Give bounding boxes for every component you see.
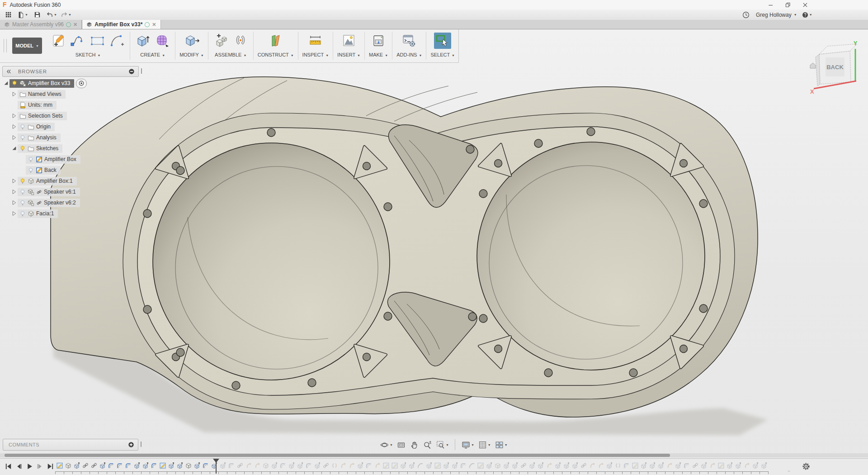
timeline-feature-joint-icon[interactable] <box>545 460 553 471</box>
ribbon-group-label[interactable]: CONSTRUCT ▼ <box>258 52 294 57</box>
timeline-feature-extrude-icon[interactable] <box>571 460 579 471</box>
tree-item[interactable]: Units: mm <box>18 101 57 109</box>
timeline-feature-extrude-icon[interactable] <box>218 460 227 471</box>
timeline-feature-extrude-icon[interactable] <box>193 460 201 471</box>
timeline-feature-extrude-icon[interactable] <box>270 460 278 471</box>
timeline-feature-fillet-icon[interactable] <box>364 460 373 471</box>
timeline-settings-gear-icon[interactable] <box>801 461 811 471</box>
timeline-feature-extrude-icon[interactable] <box>725 460 734 471</box>
viewport-3d[interactable] <box>0 28 868 475</box>
timeline-feature-body-icon[interactable] <box>261 460 270 471</box>
timeline-feature-fillet-icon[interactable] <box>150 460 158 471</box>
blue-bulb-icon[interactable] <box>19 200 26 206</box>
timeline-feature-fillet-icon[interactable] <box>201 460 210 471</box>
tree-collapsed-arrow-icon[interactable] <box>10 123 18 130</box>
timeline-feature-extrude-icon[interactable] <box>502 460 510 471</box>
fit-icon[interactable]: ▼ <box>436 440 449 450</box>
timeline-feature-joint-icon[interactable] <box>253 460 261 471</box>
minimize-button[interactable] <box>764 0 778 10</box>
tree-item[interactable]: Speaker v6:1 <box>18 188 80 196</box>
rectangle-icon[interactable] <box>89 33 106 49</box>
timeline-feature-body-icon[interactable] <box>184 460 193 471</box>
timeline-feature-sketch-icon[interactable] <box>717 460 725 471</box>
timeline-feature-jointpair-icon[interactable] <box>330 460 339 471</box>
yellow-bulb-icon[interactable] <box>11 80 18 86</box>
timeline-feature-extrude-icon[interactable] <box>760 460 768 471</box>
tree-item[interactable]: Amplifier Box:1 <box>18 177 77 185</box>
go-to-end-button[interactable] <box>45 461 55 472</box>
file-new-icon[interactable]: ▼ <box>17 10 28 19</box>
timeline-feature-body-icon[interactable] <box>64 460 72 471</box>
collapse-browser-icon[interactable] <box>6 69 12 75</box>
timeline-feature-extrude-icon[interactable] <box>167 460 175 471</box>
restore-button[interactable] <box>781 0 795 10</box>
sync-status-icon[interactable] <box>66 22 71 27</box>
timeline-feature-joint-icon[interactable] <box>244 460 253 471</box>
timeline-feature-extrude-icon[interactable] <box>699 460 708 471</box>
redo-icon[interactable]: ▼ <box>61 10 71 19</box>
timeline-feature-link-icon[interactable] <box>236 460 244 471</box>
tree-item[interactable]: Amplifier Box v33 <box>9 79 74 88</box>
tree-collapsed-arrow-icon[interactable] <box>10 210 18 217</box>
tree-collapsed-arrow-icon[interactable] <box>10 188 18 195</box>
scrollbar-thumb[interactable] <box>5 454 670 457</box>
home-icon[interactable] <box>810 63 816 68</box>
ribbon-group-label[interactable]: CREATE ▼ <box>140 52 165 57</box>
timeline-feature-body-icon[interactable] <box>493 460 502 471</box>
timeline-feature-joint-icon[interactable] <box>596 460 605 471</box>
timeline-feature-link-icon[interactable] <box>519 460 528 471</box>
blue-bulb-icon[interactable] <box>28 156 34 162</box>
timeline-feature-sketch-icon[interactable] <box>390 460 399 471</box>
tree-collapsed-arrow-icon[interactable] <box>10 134 18 141</box>
blue-bulb-icon[interactable] <box>19 134 26 141</box>
document-tab[interactable]: Master Assembly v96✕ <box>0 20 82 29</box>
add-comment-icon[interactable] <box>128 442 134 448</box>
help-menu[interactable]: ▼ <box>802 10 812 19</box>
timeline-feature-link-icon[interactable] <box>81 460 90 471</box>
timeline-feature-fillet-icon[interactable] <box>227 460 236 471</box>
timeline-feature-fillet-icon[interactable] <box>107 460 115 471</box>
comments-resize-grip[interactable] <box>141 442 142 447</box>
timeline-feature-jointpair-icon[interactable] <box>613 460 622 471</box>
play-button[interactable] <box>24 461 34 472</box>
ribbon-group-label[interactable]: INSPECT ▼ <box>302 52 329 57</box>
joint-icon[interactable] <box>232 33 249 49</box>
timeline-feature-joint-icon[interactable] <box>742 460 751 471</box>
timeline-feature-link-icon[interactable] <box>691 460 699 471</box>
press-pull-icon[interactable] <box>183 33 200 49</box>
ribbon-group-label[interactable]: MAKE ▼ <box>369 52 388 57</box>
timeline-feature-fillet-icon[interactable] <box>622 460 631 471</box>
timeline-feature-fillet-icon[interactable] <box>304 460 313 471</box>
timeline-feature-link-icon[interactable] <box>90 460 98 471</box>
form-icon[interactable] <box>154 33 171 49</box>
tree-item[interactable]: Facia:1 <box>18 209 58 218</box>
tree-item[interactable]: Analysis <box>18 133 61 142</box>
timeline-feature-extrude-icon[interactable] <box>562 460 571 471</box>
timeline-feature-extrude-icon[interactable] <box>553 460 562 471</box>
job-status-clock-icon[interactable] <box>741 10 751 19</box>
timeline-feature-sketch-icon[interactable] <box>158 460 167 471</box>
timeline-feature-extrude-icon[interactable] <box>734 460 742 471</box>
tree-collapsed-arrow-icon[interactable] <box>10 199 18 206</box>
timeline-feature-extrude-icon[interactable] <box>656 460 665 471</box>
timeline-scrollbar[interactable] <box>0 453 868 457</box>
tree-item[interactable]: Back <box>26 166 61 175</box>
timeline-feature-extrude-icon[interactable] <box>407 460 416 471</box>
activate-component-icon[interactable] <box>76 79 87 88</box>
close-tab-icon[interactable]: ✕ <box>152 22 156 28</box>
select-tool-icon[interactable] <box>434 33 451 49</box>
toolbar-grip[interactable] <box>4 39 7 52</box>
comments-bar[interactable]: COMMENTS <box>3 439 138 451</box>
pan-icon[interactable] <box>410 440 419 450</box>
timeline-feature-fillet-icon[interactable] <box>459 460 467 471</box>
blue-bulb-icon[interactable] <box>28 167 34 173</box>
timeline-feature-sketch-icon[interactable] <box>433 460 442 471</box>
timeline-feature-extrude-icon[interactable] <box>485 460 493 471</box>
orbit-icon[interactable]: ▼ <box>380 440 393 450</box>
timeline-feature-joint-icon[interactable] <box>347 460 356 471</box>
look-at-icon[interactable] <box>396 440 406 450</box>
sync-status-icon[interactable] <box>145 22 150 27</box>
zoom-icon[interactable] <box>423 440 432 450</box>
apps-grid-icon[interactable] <box>3 10 14 19</box>
timeline-feature-extrude-icon[interactable] <box>528 460 536 471</box>
